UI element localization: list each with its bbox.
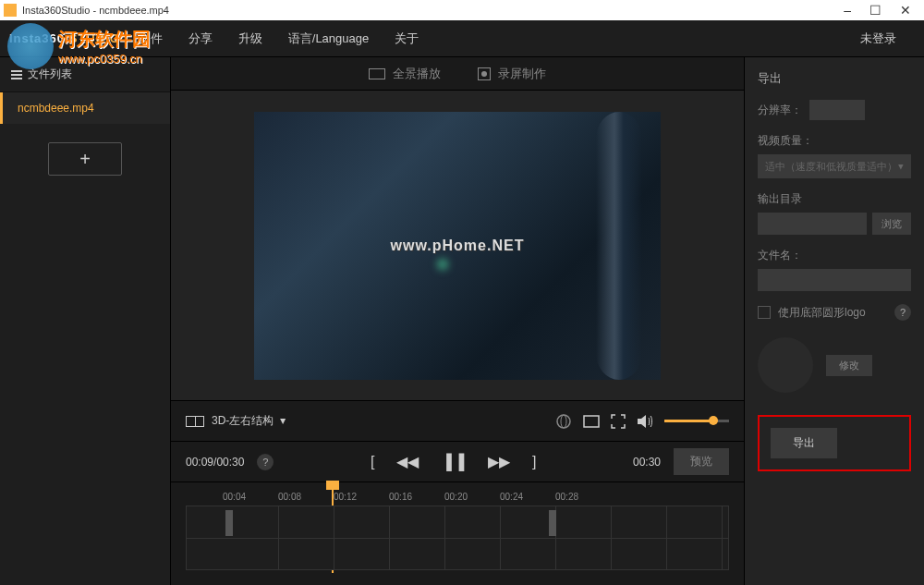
prev-button[interactable]: ◀◀ [396,453,419,470]
login-status[interactable]: 未登录 [860,30,896,47]
quality-select[interactable]: 适中（速度和低视质量适中） ▸ [758,154,911,178]
video-watermark: www.pHome.NET [391,238,525,254]
add-file-button[interactable]: + [48,142,122,176]
mark-in-button[interactable]: [ [371,454,374,470]
logo-checkbox[interactable] [758,306,771,319]
video-frame[interactable]: www.pHome.NET [254,112,661,380]
list-icon [11,69,22,80]
pause-button[interactable]: ▐▐ [441,454,466,470]
modify-logo-button[interactable]: 修改 [826,355,872,376]
file-list-item[interactable]: ncmbdeee.mp4 [0,92,170,124]
export-button[interactable]: 导出 [771,428,837,458]
file-sidebar: 文件列表 ncmbdeee.mp4 + [0,57,171,585]
app-icon [4,4,17,17]
window-title: Insta360Studio - ncmbdeee.mp4 [22,5,844,16]
fullscreen-icon[interactable] [611,414,626,429]
clip-handle-right[interactable] [549,510,556,536]
help-icon[interactable]: ? [257,454,274,470]
svg-rect-2 [11,78,22,79]
next-button[interactable]: ▶▶ [488,453,510,470]
stereo-mode-select[interactable]: 3D-左右结构 ▸ [186,413,286,429]
export-panel: 导出 分辨率： 视频质量： 适中（速度和低视质量适中） ▸ 输出目录 浏览 文件… [744,57,924,585]
window-titlebar: Insta360Studio - ncmbdeee.mp4 – ☐ ✕ [0,0,924,20]
preview-button[interactable]: 预览 [674,448,729,475]
svg-rect-5 [584,416,599,427]
clip-handle-left[interactable] [225,510,233,536]
svg-point-4 [561,415,566,428]
svg-rect-0 [11,70,22,72]
minimize-button[interactable]: – [844,3,851,18]
maximize-button[interactable]: ☐ [869,3,881,18]
ruler-mark: 00:04 [223,492,278,502]
timeline-tracks[interactable] [186,506,729,570]
volume-slider[interactable] [664,420,729,422]
filename-label: 文件名： [758,248,911,263]
ruler-mark: 00:28 [555,492,611,502]
view-mode-tabs: 全景播放 录屏制作 [171,57,744,91]
ruler-mark: 00:08 [278,492,334,502]
mark-out-button[interactable]: ] [532,454,536,470]
svg-rect-1 [11,74,22,76]
tab-screen-record[interactable]: 录屏制作 [478,66,546,82]
record-icon [478,67,491,80]
output-dir-label: 输出目录 [758,191,911,207]
resolution-input[interactable] [809,100,865,120]
transport-bar: 00:09/00:30 ? [ ◀◀ ▐▐ ▶▶ ] 00:30 预览 [171,441,744,481]
resolution-label: 分辨率： [758,103,802,118]
export-title: 导出 [758,70,911,87]
end-time-display: 00:30 [633,456,661,469]
timeline-ruler[interactable]: 00:04 00:08 00:12 00:16 00:20 00:24 00:2… [223,492,729,502]
quality-label: 视频质量： [758,133,911,149]
tab-panorama-play[interactable]: 全景播放 [369,66,441,82]
video-preview-area: www.pHome.NET [171,91,744,400]
close-button[interactable]: ✕ [900,3,911,18]
time-display: 00:09/00:30 [186,456,244,469]
panorama-icon [369,68,385,79]
stereo-icon [186,416,204,427]
filename-input[interactable] [758,269,911,291]
player-controls-bar: 3D-左右结构 ▸ [171,400,744,441]
menu-language[interactable]: 语言/Language [288,30,369,47]
logo-checkbox-label: 使用底部圆形logo [778,305,866,321]
vr-mode-icon[interactable] [555,413,572,430]
ruler-mark: 00:12 [334,492,389,502]
logo-help-icon[interactable]: ? [894,304,911,321]
menu-about[interactable]: 关于 [395,30,419,47]
aspect-ratio-icon[interactable] [583,415,600,428]
browse-button[interactable]: 浏览 [872,213,911,235]
logo-preview [758,337,813,393]
output-dir-input[interactable] [758,213,867,235]
menu-share[interactable]: 分享 [188,30,213,47]
menu-upgrade[interactable]: 升级 [238,30,262,47]
timeline-area: 00:04 00:08 00:12 00:16 00:20 00:24 00:2… [171,481,744,585]
svg-point-3 [557,415,570,428]
site-watermark: 河东软件园 www.pc0359.cn [7,23,151,69]
volume-icon[interactable] [637,414,653,429]
watermark-icon [7,23,54,69]
export-highlight-box: 导出 [758,415,911,471]
ruler-mark: 00:16 [389,492,444,502]
ruler-mark: 00:24 [500,492,555,502]
ruler-mark: 00:20 [444,492,500,502]
